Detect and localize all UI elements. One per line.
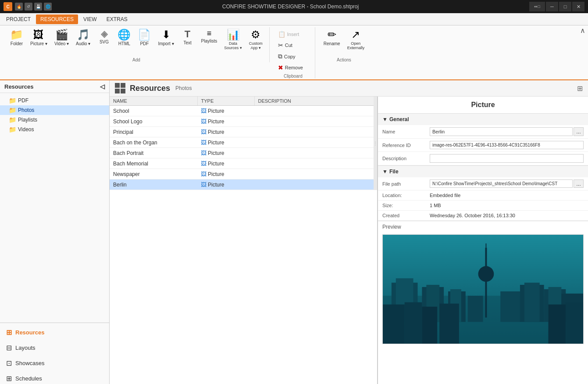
folder-icon: 📁 (10, 29, 23, 40)
preview-section: Preview (378, 221, 588, 344)
drag-handle[interactable]: ⋮ (374, 97, 377, 190)
showcases-nav-icon: ⊡ (6, 359, 12, 367)
pdf-label: PDF (140, 41, 149, 46)
nav-item-showcases[interactable]: ⊡ Showcases (0, 355, 109, 371)
ribbon-remove-button[interactable]: ✖ Remove (275, 62, 311, 73)
ribbon-pdf-button[interactable]: 📄 PDF (135, 27, 154, 48)
ribbon-text-button[interactable]: T Text (178, 27, 197, 47)
ribbon-playlists-button[interactable]: ≡ Playlists (198, 27, 221, 46)
ribbon-open-externally-button[interactable]: ↗ OpenExternally (344, 27, 368, 52)
tree-item-playlists[interactable]: 📁 Playlists (0, 115, 109, 125)
tree-item-photos[interactable]: 📁 Photos (0, 105, 109, 115)
nav-item-layouts[interactable]: ⊟ Layouts (0, 340, 109, 355)
import-icon: ⬇ (162, 29, 171, 40)
menu-resources[interactable]: RESOURCES (36, 14, 78, 24)
ribbon-html-button[interactable]: 🌐 HTML (114, 27, 134, 48)
tool-4[interactable]: 🌐 (44, 3, 52, 11)
tree-item-videos[interactable]: 📁 Videos (0, 125, 109, 134)
name-field-browse-button[interactable]: … (574, 127, 584, 136)
ribbon-svg-button[interactable]: ◈ SVG (94, 27, 114, 47)
sidebar-collapse-icon[interactable]: ◁ (100, 83, 105, 90)
playlists-folder-icon: 📁 (9, 116, 16, 123)
section-file-label: File (389, 169, 399, 175)
maximize-button[interactable]: □ (559, 2, 571, 11)
prop-row-size: Size: 1 MB (378, 201, 588, 211)
layout-toggle-button[interactable]: ⊞ (577, 84, 583, 93)
filepath-browse-button[interactable]: … (574, 179, 584, 188)
preview-image (382, 234, 584, 344)
svg-rect-2 (485, 248, 487, 318)
cut-icon: ✂ (278, 42, 283, 49)
ribbon-customapp-button[interactable]: ⚙ CustomApp ▾ (246, 27, 266, 52)
refid-field-input[interactable] (430, 141, 584, 149)
cut-label: Cut (285, 43, 292, 48)
table-row[interactable]: Bach Portrait 🖼Picture (110, 148, 377, 158)
filepath-field-input[interactable] (430, 179, 573, 188)
ribbon-import-button[interactable]: ⬇ Import ▾ (155, 27, 177, 48)
row-type: 🖼Picture (197, 137, 254, 148)
nav-item-schedules[interactable]: ⊞ Schedules (0, 371, 109, 384)
preview-label: Preview (378, 221, 588, 233)
row-type: 🖼Picture (197, 169, 254, 179)
title-bar-tools: 🔥 ↺ 💾 🌐 (15, 3, 52, 11)
svg-rect-11 (468, 296, 483, 322)
ribbon-cut-button[interactable]: ✂ Cut (275, 40, 311, 50)
insert-label: Insert (287, 32, 299, 37)
section-file-header[interactable]: ▼ File (378, 166, 588, 177)
picture-type-icon: 🖼 (201, 118, 207, 125)
ribbon-audio-button[interactable]: 🎵 Audio ▾ (73, 27, 93, 48)
close-button[interactable]: ✕ (572, 2, 584, 11)
filepath-field-label: File path (382, 181, 426, 187)
menu-project[interactable]: PROJECT (2, 14, 35, 24)
table-row[interactable]: Bach on the Organ 🖼Picture (110, 137, 377, 148)
remove-icon: ✖ (278, 64, 283, 71)
ribbon-video-button[interactable]: 🎬 Video ▾ (51, 27, 72, 48)
ribbon-rename-button[interactable]: ✏ Rename (321, 27, 343, 48)
description-field-input[interactable] (430, 154, 584, 163)
properties-title: Picture (378, 97, 588, 114)
playlists-icon: ≡ (207, 29, 212, 37)
row-desc (254, 106, 377, 116)
table-row[interactable]: School 🖼Picture (110, 106, 377, 116)
ribbon-copy-button[interactable]: ⧉ Copy (275, 51, 311, 62)
customapp-icon: ⚙ (251, 29, 260, 40)
nav-item-resources[interactable]: ⊞ Resources (0, 325, 109, 340)
menu-view[interactable]: VIEW (79, 14, 101, 24)
clipboard-buttons: 📋 Insert ✂ Cut ⧉ Copy ✖ Remove (275, 27, 311, 73)
ribbon-datasources-button[interactable]: 📊 DataSources ▾ (221, 27, 245, 52)
rename-label: Rename (324, 41, 340, 46)
tool-3[interactable]: 💾 (34, 3, 42, 11)
menu-extras[interactable]: EXTRAS (102, 14, 132, 24)
row-type: 🖼Picture (197, 179, 254, 190)
svg-rect-21 (439, 304, 459, 344)
table-row[interactable]: School Logo 🖼Picture (110, 116, 377, 127)
showcases-nav-label: Showcases (15, 360, 44, 366)
open-externally-icon: ↗ (351, 29, 360, 40)
minimize-button[interactable]: ─ (546, 2, 558, 11)
sidebar-nav: ⊞ Resources ⊟ Layouts ⊡ Showcases ⊞ Sche… (0, 323, 109, 384)
audio-label: Audio ▾ (76, 41, 90, 46)
ribbon-insert-button[interactable]: 📋 Insert (275, 29, 311, 39)
col-name: NAME (110, 97, 197, 106)
prop-row-name: Name … (378, 125, 588, 139)
table-row[interactable]: Newspaper 🖼Picture (110, 169, 377, 179)
audio-icon: 🎵 (77, 29, 90, 40)
tool-1[interactable]: 🔥 (15, 3, 23, 11)
ribbon-folder-button[interactable]: 📁 Folder (7, 27, 26, 48)
ribbon-collapse-button[interactable]: ∧ (580, 26, 585, 35)
description-field-label: Description (382, 156, 426, 161)
actions-group-label: Actions (337, 57, 351, 62)
name-field-input[interactable] (430, 127, 573, 136)
table-row[interactable]: Principal 🖼Picture (110, 127, 377, 137)
section-general-header[interactable]: ▼ General (378, 114, 588, 125)
table-row-selected[interactable]: Berlin 🖼Picture (110, 179, 377, 190)
ribbon-picture-button[interactable]: 🖼 Picture ▾ (27, 27, 50, 48)
pdf-folder-icon: 📁 (9, 97, 16, 104)
table-row[interactable]: Bach Memorial 🖼Picture (110, 158, 377, 169)
window-title: CONFIRE SHOWTIME DESIGNER - School Demo.… (52, 4, 529, 10)
insert-icon: 📋 (278, 31, 285, 38)
tool-2[interactable]: ↺ (25, 3, 32, 11)
tree-item-pdf[interactable]: 📁 PDF (0, 96, 109, 105)
picture-type-icon: 🖼 (201, 181, 207, 188)
section-general-label: General (389, 116, 409, 122)
